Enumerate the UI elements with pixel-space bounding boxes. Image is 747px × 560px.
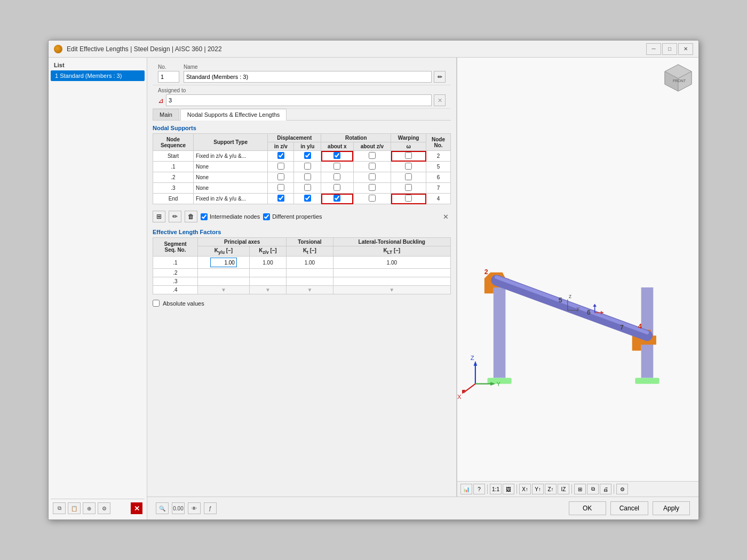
toolbar-btn-3[interactable]: 🗑 xyxy=(185,211,197,222)
checkbox-disp-yu[interactable] xyxy=(304,195,311,202)
checkbox-disp-yu[interactable] xyxy=(304,152,311,159)
cell-support-type[interactable]: Fixed in z/v & y/u &... xyxy=(194,151,268,162)
checkbox-rot-zv[interactable] xyxy=(369,163,376,170)
checkbox-disp-zv[interactable] xyxy=(277,173,284,180)
checkbox-disp-zv[interactable] xyxy=(277,163,284,170)
name-input[interactable] xyxy=(184,71,432,83)
checkbox-warp[interactable] xyxy=(405,195,412,202)
toolbar-btn-1[interactable]: ⊞ xyxy=(153,211,165,222)
view-btn-grid[interactable]: ⊞ xyxy=(574,484,586,494)
elf-cell-kyv[interactable] xyxy=(198,257,250,269)
copy-button[interactable]: ⧉ xyxy=(53,502,66,514)
no-input[interactable] xyxy=(158,71,179,83)
elf-cell-kt-arrow: ▼ xyxy=(287,286,333,294)
paste-button[interactable]: 📋 xyxy=(68,502,81,514)
checkbox-disp-zv[interactable] xyxy=(277,184,284,191)
absolute-values-row: Absolute values xyxy=(153,300,451,307)
cube-navigation[interactable]: FRONT xyxy=(662,62,694,94)
cell-disp-zv xyxy=(268,151,294,162)
elf-cell-kyv xyxy=(198,277,250,286)
view-btn-x2[interactable]: Y↑ xyxy=(532,484,544,494)
tab-nodal-supports[interactable]: Nodal Supports & Effective Lengths xyxy=(180,109,287,121)
view-btn-x1[interactable]: X↑ xyxy=(519,484,531,494)
view-btn-print[interactable]: 🖨 xyxy=(600,484,611,494)
checkbox-rot-x[interactable] xyxy=(333,163,340,170)
checkbox-rot-zv[interactable] xyxy=(369,195,376,202)
properties-button[interactable]: ⚙ xyxy=(98,502,110,514)
cell-node-no: 4 xyxy=(426,194,451,204)
checkbox-warp[interactable] xyxy=(405,163,412,170)
ok-button[interactable]: OK xyxy=(569,501,606,515)
kyv-input[interactable] xyxy=(210,258,237,267)
cell-rot-x xyxy=(321,172,353,183)
bottom-search-button[interactable]: 🔍 xyxy=(156,502,169,514)
minimize-button[interactable]: ─ xyxy=(646,43,661,55)
cell-support-type[interactable]: None xyxy=(194,172,268,183)
checkbox-disp-yu[interactable] xyxy=(304,184,311,191)
apply-button[interactable]: Apply xyxy=(653,501,690,515)
view-btn-settings[interactable]: ⚙ xyxy=(616,484,628,494)
name-edit-button[interactable]: ✏ xyxy=(434,71,446,83)
view-btn-2[interactable]: ? xyxy=(473,484,485,494)
col-rotation-group: Rotation xyxy=(321,134,391,142)
close-button[interactable]: ✕ xyxy=(678,43,693,55)
sidebar-item-1[interactable]: 1 Standard (Members : 3) xyxy=(51,70,145,81)
checkbox-rot-x[interactable] xyxy=(333,184,340,191)
checkbox-disp-yu[interactable] xyxy=(304,163,311,170)
cell-disp-zv xyxy=(268,162,294,172)
assigned-icon: ⊿ xyxy=(158,97,164,105)
checkbox-rot-x[interactable] xyxy=(333,173,340,180)
checkbox-rot-zv[interactable] xyxy=(369,173,376,180)
checkbox-disp-zv[interactable] xyxy=(277,152,284,159)
bottom-view-button[interactable]: 👁 xyxy=(188,502,201,514)
checkbox-warp[interactable] xyxy=(405,184,412,191)
view-btn-4[interactable]: 🖼 xyxy=(503,484,514,494)
cell-support-type[interactable]: Fixed in z/v & y/u &... xyxy=(194,194,268,204)
svg-text:X: X xyxy=(457,394,462,400)
view-btn-x3[interactable]: Z↑ xyxy=(545,484,557,494)
toolbar-btn-2[interactable]: ✏ xyxy=(169,211,181,222)
checkbox-rot-zv[interactable] xyxy=(369,184,376,191)
bottom-value-button[interactable]: 0.00 xyxy=(172,502,185,514)
checkbox-rot-x[interactable] xyxy=(333,195,340,202)
view-btn-copy[interactable]: ⧉ xyxy=(587,484,599,494)
add-button[interactable]: ⊕ xyxy=(83,502,96,514)
cell-rot-zv xyxy=(353,151,391,162)
different-properties-checkbox[interactable] xyxy=(263,213,270,220)
bottom-prop-button[interactable]: ƒ xyxy=(204,502,217,514)
svg-rect-5 xyxy=(457,119,698,420)
close-section-button[interactable]: ✕ xyxy=(440,211,451,222)
sidebar-delete-button[interactable]: ✕ xyxy=(131,502,142,514)
checkbox-rot-zv[interactable] xyxy=(369,152,376,159)
cell-warp xyxy=(391,194,426,204)
assigned-input[interactable] xyxy=(166,94,432,106)
checkbox-warp[interactable] xyxy=(405,152,412,159)
view-btn-1[interactable]: 📊 xyxy=(460,484,472,494)
elf-cell-seq: .3 xyxy=(153,277,198,286)
cell-support-type[interactable]: None xyxy=(194,183,268,194)
tab-main[interactable]: Main xyxy=(153,109,179,120)
col-lateral-torsional: Lateral-Torsional Buckling xyxy=(333,238,450,246)
checkbox-disp-zv[interactable] xyxy=(277,195,284,202)
checkbox-rot-x[interactable] xyxy=(333,152,340,159)
view-btn-x4[interactable]: IZ xyxy=(558,484,569,494)
view-btn-3[interactable]: 1:1 xyxy=(490,484,502,494)
cell-support-type[interactable]: None xyxy=(194,162,268,172)
checkbox-warp[interactable] xyxy=(405,173,412,180)
table-row: .2 None 6 xyxy=(153,172,451,183)
elf-cell-kzv: 1.00 xyxy=(249,257,286,269)
cancel-button[interactable]: Cancel xyxy=(610,501,648,515)
absolute-values-checkbox[interactable] xyxy=(153,300,160,307)
maximize-button[interactable]: □ xyxy=(662,43,677,55)
checkbox-disp-yu[interactable] xyxy=(304,173,311,180)
titlebar: Edit Effective Lengths | Steel Design | … xyxy=(49,41,698,58)
intermediate-nodes-checkbox[interactable] xyxy=(201,213,208,220)
name-label: Name xyxy=(184,64,446,70)
col-disp-zv: in z/v xyxy=(268,142,294,151)
effective-length-table: SegmentSeq. No. Principal axes Torsional… xyxy=(153,237,451,294)
cell-rot-x xyxy=(321,183,353,194)
cell-seq: End xyxy=(153,194,194,204)
cell-rot-x xyxy=(321,162,353,172)
cell-disp-zv xyxy=(268,172,294,183)
assigned-delete-button[interactable]: ✕ xyxy=(434,94,446,106)
